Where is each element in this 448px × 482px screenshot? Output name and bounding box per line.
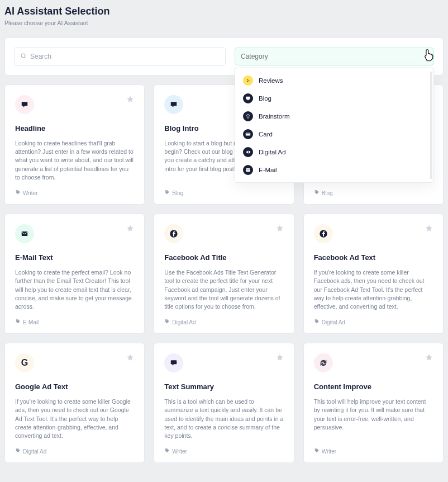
favorite-star-icon[interactable]	[126, 95, 134, 105]
card-description: This is a tool which can be used to summ…	[164, 398, 283, 440]
blog-icon	[243, 93, 253, 103]
card-category-label: Blog	[322, 190, 333, 196]
tag-icon	[15, 190, 21, 196]
card-category: Blog	[314, 190, 433, 196]
card-category: Digital Ad	[15, 448, 134, 455]
category-input[interactable]	[235, 48, 434, 65]
card-title: Facebook Ad Title	[164, 253, 283, 262]
assistant-card[interactable]: Facebook Ad Text If you're looking to cr…	[303, 214, 444, 334]
svg-point-21	[315, 320, 316, 321]
svg-point-25	[315, 450, 316, 450]
fb-icon	[164, 224, 183, 243]
category-dropdown: ReviewsBlogBrainstormCardDigital AdE-Mai…	[235, 68, 434, 183]
chat-icon	[15, 95, 34, 114]
svg-rect-23	[171, 361, 177, 365]
refresh-icon	[314, 353, 333, 372]
card-category-label: Digital Ad	[172, 319, 196, 325]
svg-rect-16	[22, 231, 28, 236]
page-subtitle: Please choose your AI Assistant	[4, 20, 444, 26]
svg-point-24	[166, 450, 166, 450]
card-description: Looking to create headlines that'll grab…	[15, 139, 134, 182]
assistant-card[interactable]: Headline Looking to create headlines tha…	[4, 84, 145, 205]
card-category: Writer	[164, 448, 283, 455]
svg-point-17	[17, 320, 17, 321]
chat-icon	[164, 353, 183, 372]
favorite-star-icon[interactable]	[126, 353, 134, 363]
card-description: Looking to create the perfect email? Loo…	[15, 268, 134, 311]
card-title: Text Summary	[164, 382, 283, 391]
svg-rect-12	[171, 102, 177, 106]
filters-panel: ReviewsBlogBrainstormCardDigital AdE-Mai…	[4, 37, 444, 75]
page-title: AI Assistant Selection	[4, 6, 444, 17]
dropdown-item-card[interactable]: Card	[235, 125, 430, 143]
search-icon	[20, 51, 27, 62]
svg-rect-5	[246, 97, 250, 100]
g-icon: G	[15, 353, 34, 372]
svg-point-4	[247, 81, 249, 82]
e-mail-icon	[243, 165, 253, 175]
card-title: Headline	[15, 124, 134, 133]
dropdown-item-label: Blog	[259, 95, 271, 102]
card-title: Google Ad Text	[15, 382, 134, 391]
assistant-card[interactable]: Text Summary This is a tool which can be…	[154, 343, 294, 463]
card-category-label: Writer	[172, 448, 187, 455]
card-title: Content Improve	[314, 382, 433, 391]
favorite-star-icon[interactable]	[276, 353, 284, 363]
fb-icon	[314, 224, 333, 243]
card-category-label: Writer	[23, 190, 37, 196]
card-description: If you're looking to create some killer …	[314, 268, 433, 311]
dropdown-item-digital-ad[interactable]: Digital Ad	[235, 143, 430, 161]
svg-point-19	[166, 320, 166, 321]
tag-icon	[314, 319, 320, 325]
tag-icon	[15, 448, 21, 455]
card-category: Digital Ad	[164, 319, 283, 325]
card-category-label: Writer	[322, 448, 336, 455]
card-category-label: E-Mail	[23, 319, 39, 325]
card-icon	[243, 129, 253, 139]
chat-icon	[164, 95, 183, 114]
favorite-star-icon[interactable]	[425, 224, 433, 234]
assistant-card[interactable]: Facebook Ad Title Use the Facebook Ads T…	[154, 214, 294, 334]
digital-ad-icon	[243, 147, 253, 157]
card-category: Digital Ad	[314, 319, 433, 325]
dropdown-item-brainstorm[interactable]: Brainstorm	[235, 107, 430, 125]
tag-icon	[164, 190, 170, 196]
svg-rect-8	[246, 134, 250, 134]
tag-icon	[164, 448, 170, 455]
card-category-label: Digital Ad	[23, 448, 46, 455]
card-category-label: Digital Ad	[322, 319, 345, 325]
dropdown-item-label: Brainstorm	[259, 113, 290, 120]
dropdown-item-reviews[interactable]: Reviews	[235, 72, 430, 89]
card-description: Use the Facebook Ads Title Text Generato…	[164, 268, 283, 311]
card-title: Facebook Ad Text	[314, 253, 433, 262]
search-input[interactable]	[30, 53, 220, 60]
svg-point-2	[247, 79, 248, 81]
brainstorm-icon	[243, 111, 253, 121]
dropdown-item-blog[interactable]: Blog	[235, 89, 430, 107]
dropdown-item-label: Digital Ad	[259, 149, 286, 155]
svg-rect-10	[22, 102, 28, 106]
mail-icon	[15, 224, 34, 243]
tag-icon	[314, 448, 320, 455]
dropdown-item-label: Reviews	[259, 77, 283, 84]
favorite-star-icon[interactable]	[425, 353, 433, 363]
search-field-wrap	[14, 47, 226, 66]
card-category-label: Blog	[172, 190, 183, 196]
tag-icon	[314, 190, 320, 196]
card-category: Writer	[15, 190, 134, 196]
dropdown-item-e-mail[interactable]: E-Mail	[235, 161, 430, 179]
tag-icon	[164, 319, 170, 325]
card-title: E-Mail Text	[15, 253, 134, 262]
svg-point-13	[166, 191, 166, 192]
svg-line-1	[25, 57, 26, 58]
category-field-wrap: ReviewsBlogBrainstormCardDigital AdE-Mai…	[235, 48, 434, 65]
tag-icon	[15, 319, 21, 325]
favorite-star-icon[interactable]	[276, 224, 284, 234]
assistant-card[interactable]: Content Improve This tool will help impr…	[303, 343, 444, 463]
card-category: E-Mail	[15, 319, 134, 325]
favorite-star-icon[interactable]	[126, 224, 134, 234]
svg-rect-9	[246, 168, 250, 172]
svg-point-22	[17, 450, 17, 450]
assistant-card[interactable]: E-Mail Text Looking to create the perfec…	[4, 214, 145, 334]
assistant-card[interactable]: G Google Ad Text If you're looking to cr…	[4, 343, 145, 463]
